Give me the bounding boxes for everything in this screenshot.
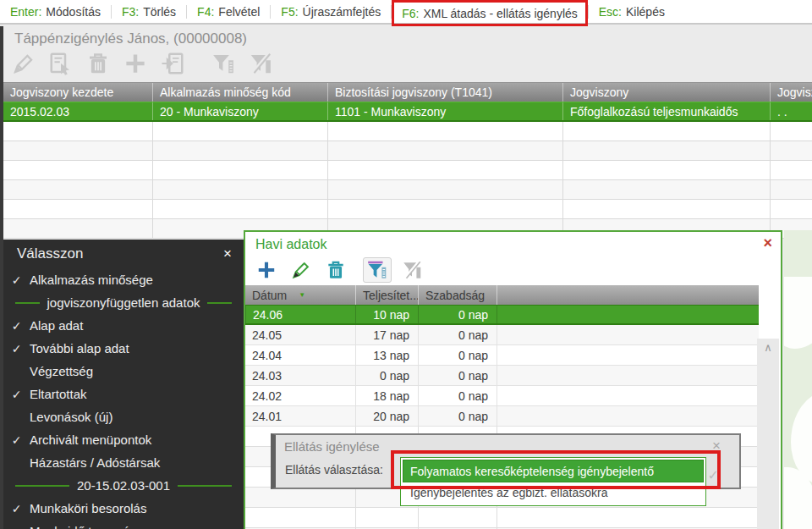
column-header-teljesitett[interactable]: Teljesítet... [355,285,418,305]
confirm-check-icon[interactable]: ✓ [708,467,719,483]
column-header-filler [497,285,759,305]
column-header-biztositasi-jogviszony[interactable]: Biztosítási jogviszony (T1041) [327,83,562,102]
panel-item-label: Alkalmazás minősége [30,273,153,287]
menu-item-torles[interactable]: F3: Törlés [112,0,186,24]
gridline [770,122,771,239]
column-header-label: Dátum [252,289,287,302]
havi-row[interactable]: 24.04 13 nap 0 nap [245,345,759,366]
cell-biztositasi-jogviszony: 1101 - Munkaviszony [327,102,562,120]
cell-teljesitett: 18 nap [355,386,418,405]
cell-filler [497,406,759,426]
scroll-up-icon[interactable]: ∧ [757,339,779,357]
havi-row[interactable]: 24.02 18 nap 0 nap [245,386,759,406]
check-icon: ✓ [3,502,30,515]
page-title: Táppénzigénylés János, (00000008) [14,30,247,47]
add-icon[interactable] [122,50,148,76]
menu-item-modositas[interactable]: Enter: Módosítás [0,0,111,24]
check-icon: ✓ [3,273,30,287]
panel-item-hazastars-adostarsak[interactable]: Házastárs / Adóstársak [3,451,244,474]
panel-item-tovabbi-alap-adat[interactable]: ✓ További alap adat [3,337,244,360]
cell-szabadsag: 0 nap [418,306,497,323]
dropdown-option[interactable]: Igénybejelentés az egbizt. ellátásokra [403,482,704,504]
menu-label: Felvétel [218,5,260,19]
column-header-jogviszony[interactable]: Jogviszony [562,83,770,102]
havi-row[interactable]: 24.05 17 nap 0 nap [245,325,759,345]
vertical-scrollbar[interactable]: ∧ [757,339,779,529]
column-header-datum[interactable]: Dátum ▼ [245,285,355,305]
panel-item-label: További alap adat [30,341,129,355]
havi-row[interactable]: 24.01 20 nap 0 nap [245,406,759,427]
cell-szabadsag: 0 nap [418,386,497,405]
cell-datum: 24.01 [245,406,355,426]
cell-jogvisz-truncated: . . [770,102,812,120]
panel-item-alkalmazas-minosege[interactable]: ✓ Alkalmazás minősége [3,268,244,291]
gridline [152,122,153,239]
edit-icon[interactable] [10,50,36,76]
panel-section-separator: jogviszonyfüggetlen adatok [3,291,244,314]
select-record-icon[interactable] [47,50,74,76]
panel-item-label: Alap adat [30,318,83,333]
delete-icon[interactable] [85,50,111,76]
cell-teljesitett: 0 nap [355,366,418,385]
valasszon-panel: Válasszon × ✓ Alkalmazás minősége jogvis… [3,240,244,529]
panel-item-label: Végzettség [30,364,93,378]
panel-item-archivalt-menupontok[interactable]: ✓ Archivált menüpontok [3,428,244,451]
menu-label: Módosítás [46,5,101,19]
transfer-icon[interactable] [159,50,185,76]
panel-item-munkakori-besorolas[interactable]: ✓ Munkaköri besorolás [3,497,244,520]
menu-item-ujraszamfejtes[interactable]: F5: Újraszámfejtés [271,0,391,24]
filter-icon[interactable] [210,50,236,76]
panel-section-separator: 20-15.02.03-001 [3,474,244,497]
column-header-szabadsag[interactable]: Szabadság [418,285,497,305]
gridline [327,122,328,239]
menu-key: Esc: [599,5,622,19]
cell-filler [497,386,759,405]
delete-icon[interactable] [321,257,350,283]
panel-item-alap-adat[interactable]: ✓ Alap adat [3,314,244,337]
table-row-selected[interactable]: 2015.02.03 20 - Munkaviszony 1101 - Munk… [3,102,812,122]
cell-filler [497,306,759,323]
separator-label: 20-15.02.03-001 [77,478,170,493]
menu-item-xml-atadas-highlighted[interactable]: F6: XML átadás - ellátás igénylés [392,0,588,26]
close-icon[interactable]: × [223,245,232,262]
dialog-title: Havi adatok [255,237,327,251]
column-header-jogvisz-truncated[interactable]: Jogvisz [770,83,812,102]
cell-teljesitett: 10 nap [355,306,418,323]
column-header-jogviszony-kezdete[interactable]: Jogviszony kezdete [3,83,152,102]
separator-line [15,302,40,304]
menu-label: Újraszámfejtés [303,5,381,19]
cell-datum: 24.06 [245,306,355,323]
close-icon[interactable]: × [763,235,772,251]
valasszon-title: Válasszon [17,245,83,262]
dropdown-option-selected[interactable]: Folyamatos keresőképtelenség igénybejele… [403,460,704,482]
main-toolbar [10,50,273,76]
havi-row-selected[interactable]: 24.06 10 nap 0 nap [245,305,759,325]
cell-szabadsag: 0 nap [418,406,497,426]
ellatas-valasztasa-label: Ellátás választása: [285,463,383,477]
cell-datum: 24.04 [245,345,355,365]
menu-item-kilepes[interactable]: Esc: Kilépés [589,0,675,24]
sort-descending-icon: ▼ [299,291,305,299]
havi-row[interactable]: 24.03 0 nap 0 nap [245,366,759,386]
cell-filler [497,325,759,344]
menu-key: F5: [281,5,298,19]
panel-item-munkaido-tervezes[interactable]: Munkaidő tervezés [3,520,244,529]
panel-item-eltartottak[interactable]: ✓ Eltartottak [3,383,244,405]
filter-icon[interactable] [363,257,392,283]
gridline [562,122,563,239]
panel-item-label: Munkaköri besorolás [30,501,146,515]
cell-teljesitett: 17 nap [355,325,418,344]
column-header-alkalmazas-minoseg-kod[interactable]: Alkalmazás minőség kód [152,83,327,102]
clear-filter-icon[interactable] [398,257,426,283]
valasszon-menu-list: ✓ Alkalmazás minősége jogviszonyfüggetle… [3,268,244,529]
background-logo-watermark [784,230,812,529]
panel-item-vegzettseg[interactable]: Végzettség [3,360,244,383]
jogviszony-table-header: Jogviszony kezdete Alkalmazás minőség kó… [3,82,812,102]
clear-filter-icon[interactable] [247,50,273,76]
panel-item-levonasok-uj[interactable]: Levonások (új) [3,405,244,428]
close-icon[interactable]: × [712,438,721,455]
menu-item-felvetel[interactable]: F4: Felvétel [187,0,270,24]
add-icon[interactable] [252,257,281,283]
separator-line [15,485,69,487]
edit-icon[interactable] [287,257,315,283]
